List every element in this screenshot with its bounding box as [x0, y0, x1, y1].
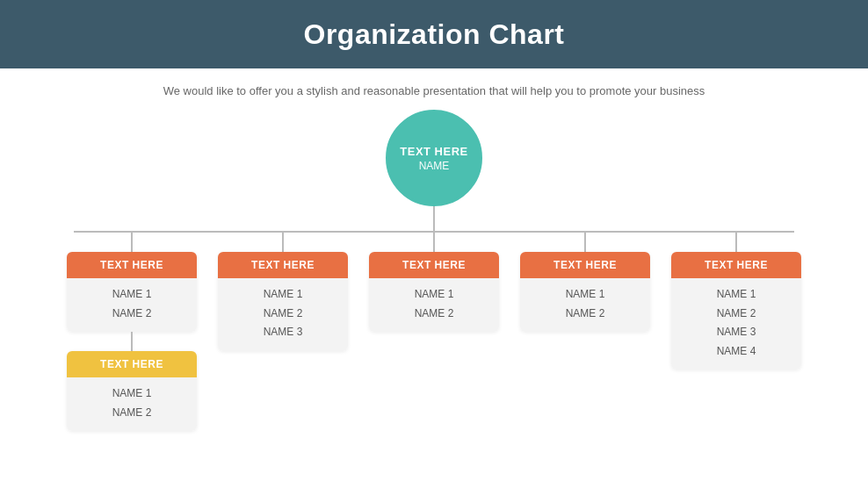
card-5-name-2: NAME 2 — [676, 305, 796, 324]
sub-card-1-header: TEXT HERE — [67, 351, 197, 377]
card-3-name-2: NAME 2 — [374, 305, 494, 324]
card-5-name-3: NAME 3 — [676, 323, 796, 342]
sub-card-1-name-1: NAME 1 — [72, 384, 192, 404]
card-4-name-2: NAME 2 — [525, 305, 645, 324]
root-connector — [433, 206, 435, 231]
page-header: Organization Chart — [0, 0, 868, 68]
card-1-body: NAME 1 NAME 2 — [67, 278, 197, 332]
col-2-connector — [282, 233, 284, 252]
col-1-connector — [131, 233, 133, 252]
card-1-header: TEXT HERE — [67, 252, 197, 278]
col-2: TEXT HERE NAME 1 NAME 2 NAME 3 — [207, 233, 358, 351]
card-2-body: NAME 1 NAME 2 NAME 3 — [218, 278, 348, 351]
root-node-name: NAME — [419, 160, 450, 172]
card-3: TEXT HERE NAME 1 NAME 2 — [369, 252, 499, 332]
sub-card-1-body: NAME 1 NAME 2 — [67, 377, 197, 431]
columns-row: TEXT HERE NAME 1 NAME 2 TEXT HERE NAME 1… — [56, 233, 812, 431]
col-3-connector — [433, 233, 435, 252]
card-2-name-2: NAME 2 — [223, 305, 343, 324]
card-4-body: NAME 1 NAME 2 — [520, 278, 650, 332]
card-3-body: NAME 1 NAME 2 — [369, 278, 499, 332]
col-4: TEXT HERE NAME 1 NAME 2 — [510, 233, 661, 332]
card-1: TEXT HERE NAME 1 NAME 2 — [67, 252, 197, 332]
col-4-connector — [584, 233, 586, 252]
card-2-name-1: NAME 1 — [223, 285, 343, 305]
sub-card-1-name-2: NAME 2 — [72, 404, 192, 423]
card-5-name-4: NAME 4 — [676, 342, 796, 362]
root-node: TEXT HERE NAME — [386, 110, 482, 206]
card-5-header: TEXT HERE — [671, 252, 801, 278]
card-2-header: TEXT HERE — [218, 252, 348, 278]
card-1-name-2: NAME 2 — [72, 305, 192, 324]
org-chart: TEXT HERE NAME TEXT HERE NAME 1 NAME 2 T… — [0, 110, 868, 431]
card-3-name-1: NAME 1 — [374, 285, 494, 305]
col-5-connector — [735, 233, 737, 252]
card-4-header: TEXT HERE — [520, 252, 650, 278]
col-3: TEXT HERE NAME 1 NAME 2 — [358, 233, 510, 332]
root-node-text: TEXT HERE — [400, 145, 467, 158]
card-1-name-1: NAME 1 — [72, 285, 192, 305]
card-4: TEXT HERE NAME 1 NAME 2 — [520, 252, 650, 332]
card-5-body: NAME 1 NAME 2 NAME 3 NAME 4 — [671, 278, 801, 370]
page-title: Organization Chart — [303, 18, 564, 51]
card-3-header: TEXT HERE — [369, 252, 499, 278]
card-2-name-3: NAME 3 — [223, 323, 343, 342]
col-1-sub-connector — [131, 332, 133, 351]
col-1: TEXT HERE NAME 1 NAME 2 TEXT HERE NAME 1… — [56, 233, 207, 431]
card-2: TEXT HERE NAME 1 NAME 2 NAME 3 — [218, 252, 348, 351]
card-5: TEXT HERE NAME 1 NAME 2 NAME 3 NAME 4 — [671, 252, 801, 370]
card-5-name-1: NAME 1 — [676, 285, 796, 305]
col-5: TEXT HERE NAME 1 NAME 2 NAME 3 NAME 4 — [661, 233, 812, 370]
sub-card-1: TEXT HERE NAME 1 NAME 2 — [67, 351, 197, 431]
page-subtitle: We would like to offer you a stylish and… — [0, 84, 868, 97]
card-4-name-1: NAME 1 — [525, 285, 645, 305]
